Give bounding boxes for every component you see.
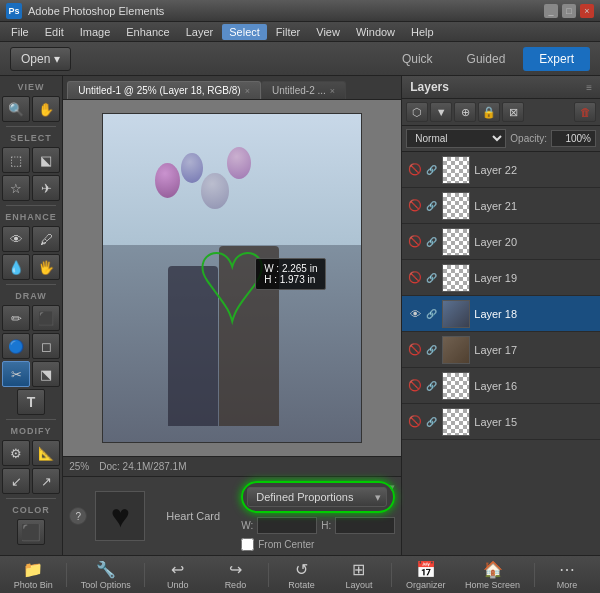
menu-window[interactable]: Window	[349, 24, 402, 40]
window-controls[interactable]: _ □ ×	[544, 4, 594, 18]
taskbar-rotate[interactable]: ↺ Rotate	[276, 558, 326, 592]
close-button[interactable]: ×	[580, 4, 594, 18]
gradient-tool[interactable]: ◻	[32, 333, 60, 359]
layer-17-name: Layer 17	[474, 344, 596, 356]
zoom-tool[interactable]: 🔍	[2, 96, 30, 122]
layer-21-thumb	[442, 192, 470, 220]
tab-quick[interactable]: Quick	[386, 47, 449, 71]
more-icon: ⋯	[559, 560, 575, 579]
eraser-tool[interactable]: ⬛	[32, 305, 60, 331]
taskbar-photo-bin[interactable]: 📁 Photo Bin	[8, 558, 59, 592]
canvas-area[interactable]: ♥ W : 2.265 in H : 1.973 in	[63, 100, 401, 456]
layer-style-btn[interactable]: ⊠	[502, 102, 524, 122]
layer-21-link: 🔗	[424, 201, 438, 211]
taskbar-more[interactable]: ⋯ More	[542, 558, 592, 592]
foreground-color[interactable]: ⬛	[17, 519, 45, 545]
sponge-tool[interactable]: 🖐	[32, 254, 60, 280]
menu-view[interactable]: View	[309, 24, 347, 40]
paint-bucket-tool[interactable]: 🔵	[2, 333, 30, 359]
layer-19-visibility[interactable]: 🚫	[406, 269, 424, 287]
layer-item[interactable]: 🚫 🔗 Layer 20	[402, 224, 600, 260]
magic-wand-tool[interactable]: ☆	[2, 175, 30, 201]
menu-filter[interactable]: Filter	[269, 24, 307, 40]
layer-item[interactable]: 🚫 🔗 Layer 22	[402, 152, 600, 188]
layer-15-link: 🔗	[424, 417, 438, 427]
doc-tab-2-close[interactable]: ×	[330, 86, 335, 96]
hand-tool[interactable]: ✋	[32, 96, 60, 122]
layer-18-visibility[interactable]: 👁	[406, 305, 424, 323]
brush-tool[interactable]: ✏	[2, 305, 30, 331]
layer-list: 🚫 🔗 Layer 22 🚫 🔗 Layer 21 🚫 🔗 Layer 20 🚫	[402, 152, 600, 555]
marquee-tool[interactable]: ⬚	[2, 147, 30, 173]
width-input[interactable]	[257, 517, 317, 534]
straighten-tool[interactable]: ↗	[32, 468, 60, 494]
menu-image[interactable]: Image	[73, 24, 118, 40]
layer-16-visibility[interactable]: 🚫	[406, 377, 424, 395]
minimize-button[interactable]: _	[544, 4, 558, 18]
cookie-cutter-tool[interactable]: ✂	[2, 361, 30, 387]
taskbar-redo[interactable]: ↪ Redo	[210, 558, 260, 592]
recompose-tool[interactable]: 📐	[32, 440, 60, 466]
lasso-tool[interactable]: ⬕	[32, 147, 60, 173]
tool-options-icon: 🔧	[96, 560, 116, 579]
crop-tool[interactable]: ⚙	[2, 440, 30, 466]
layer-17-visibility[interactable]: 🚫	[406, 341, 424, 359]
taskbar-tool-options[interactable]: 🔧 Tool Options	[75, 558, 137, 592]
layer-delete-btn[interactable]: 🗑	[574, 102, 596, 122]
move-tool[interactable]: ↙	[2, 468, 30, 494]
panel-menu-btn[interactable]: ≡	[586, 82, 592, 93]
proportion-select-wrap: Unconstrained Defined Proportions Define…	[241, 481, 395, 513]
menu-help[interactable]: Help	[404, 24, 441, 40]
shape-tool[interactable]: ⬔	[32, 361, 60, 387]
layer-type-btn[interactable]: ▼	[430, 102, 452, 122]
quick-select-tool[interactable]: ✈	[32, 175, 60, 201]
from-center-checkbox[interactable]	[241, 538, 254, 551]
menu-bar: File Edit Image Enhance Layer Select Fil…	[0, 22, 600, 42]
tab-expert[interactable]: Expert	[523, 47, 590, 71]
red-eye-tool[interactable]: 👁	[2, 226, 30, 252]
taskbar-organizer[interactable]: 📅 Organizer	[400, 558, 452, 592]
open-button[interactable]: Open ▾	[10, 47, 71, 71]
layer-lock-btn[interactable]: 🔒	[478, 102, 500, 122]
layer-21-visibility[interactable]: 🚫	[406, 197, 424, 215]
dodge-tool[interactable]: 🖊	[32, 226, 60, 252]
layer-20-thumb	[442, 228, 470, 256]
opacity-input[interactable]	[551, 130, 596, 147]
layer-item[interactable]: 🚫 🔗 Layer 17	[402, 332, 600, 368]
blend-mode-select[interactable]: Normal Multiply Screen Overlay	[406, 129, 506, 148]
blur-tool[interactable]: 💧	[2, 254, 30, 280]
doc-tab-2[interactable]: Untitled-2 ... ×	[261, 81, 346, 99]
taskbar-undo[interactable]: ↩ Undo	[153, 558, 203, 592]
menu-edit[interactable]: Edit	[38, 24, 71, 40]
undo-label: Undo	[167, 580, 189, 590]
layer-15-visibility[interactable]: 🚫	[406, 413, 424, 431]
layer-item-active[interactable]: 👁 🔗 Layer 18	[402, 296, 600, 332]
layer-22-visibility[interactable]: 🚫	[406, 161, 424, 179]
doc-tab-1-close[interactable]: ×	[245, 86, 250, 96]
menu-select[interactable]: Select	[222, 24, 267, 40]
height-input[interactable]	[335, 517, 395, 534]
rotate-icon: ↺	[295, 560, 308, 579]
layer-item[interactable]: 🚫 🔗 Layer 15	[402, 404, 600, 440]
tab-guided[interactable]: Guided	[451, 47, 522, 71]
layer-new-btn[interactable]: ⬡	[406, 102, 428, 122]
menu-layer[interactable]: Layer	[179, 24, 221, 40]
layer-link-btn[interactable]: ⊕	[454, 102, 476, 122]
menu-enhance[interactable]: Enhance	[119, 24, 176, 40]
section-enhance: ENHANCE	[2, 210, 60, 224]
layers-panel: Layers ≡ ⬡ ▼ ⊕ 🔒 ⊠ 🗑 Normal Multiply Scr…	[401, 76, 600, 555]
help-button[interactable]: ?	[69, 507, 87, 525]
layer-19-name: Layer 19	[474, 272, 596, 284]
doc-tab-1[interactable]: Untitled-1 @ 25% (Layer 18, RGB/8) ×	[67, 81, 261, 99]
maximize-button[interactable]: □	[562, 4, 576, 18]
layer-item[interactable]: 🚫 🔗 Layer 16	[402, 368, 600, 404]
proportion-select[interactable]: Unconstrained Defined Proportions Define…	[247, 487, 387, 507]
taskbar-home-screen[interactable]: 🏠 Home Screen	[459, 558, 526, 592]
section-select: SELECT	[2, 131, 60, 145]
layer-20-visibility[interactable]: 🚫	[406, 233, 424, 251]
layer-item[interactable]: 🚫 🔗 Layer 21	[402, 188, 600, 224]
menu-file[interactable]: File	[4, 24, 36, 40]
layer-item[interactable]: 🚫 🔗 Layer 19	[402, 260, 600, 296]
taskbar-layout[interactable]: ⊞ Layout	[334, 558, 384, 592]
type-tool[interactable]: T	[17, 389, 45, 415]
